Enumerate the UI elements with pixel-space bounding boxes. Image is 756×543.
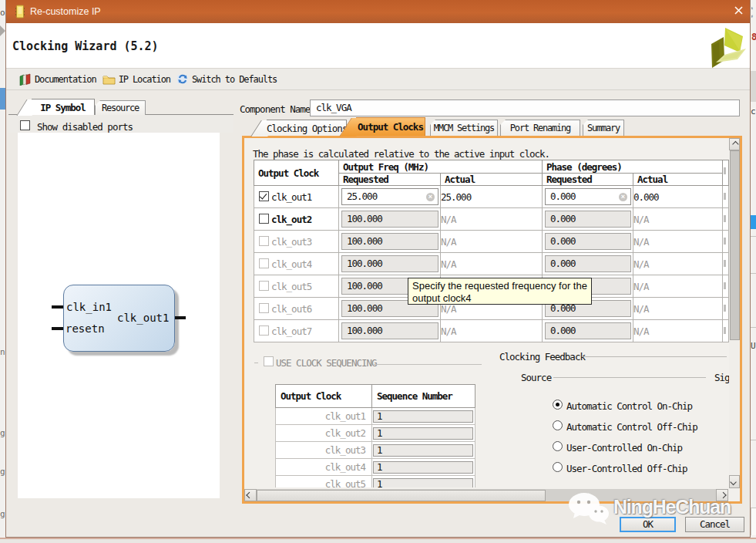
radio-automatic-control-off-chip[interactable] bbox=[553, 420, 563, 430]
seq-clk-out3-input[interactable]: 1 bbox=[373, 444, 473, 457]
clk-out4-freq-actual: N/A bbox=[441, 253, 543, 275]
seq-clk-out2-input[interactable]: 1 bbox=[373, 427, 473, 440]
tab-port-renaming-label: Port Renaming bbox=[510, 123, 570, 133]
seq-clk-out5-input[interactable]: 1 bbox=[373, 478, 473, 488]
clipped-column-fragment bbox=[724, 327, 726, 334]
scrollbar-corner bbox=[728, 489, 740, 501]
bg-gray-band bbox=[751, 71, 756, 102]
radio-user-controlled-on-chip[interactable] bbox=[553, 441, 563, 451]
clk-out5-checkbox[interactable] bbox=[259, 281, 269, 291]
output-clocks-table: Output Clock Output Freq (MHz) Phase (de… bbox=[254, 160, 729, 342]
clk-out7-label: clk_out7 bbox=[271, 325, 311, 337]
bg-fragment: C bbox=[751, 3, 756, 22]
dialog-title: Re-customize IP bbox=[30, 6, 101, 17]
clk-out1-freq-actual: 25.000 bbox=[441, 186, 543, 208]
bg-fragment: cl bbox=[751, 106, 756, 116]
clk-out3-checkbox[interactable] bbox=[259, 236, 269, 246]
tab-output-clocks[interactable]: Output Clocks bbox=[356, 117, 425, 136]
sequence-table-header-row: Output Clock Sequence Number bbox=[276, 385, 475, 408]
clk-out4-phase-requested-input[interactable]: 0.000 bbox=[545, 255, 631, 272]
sequence-number-cell: 1 bbox=[372, 459, 475, 476]
clk-out4-freq-requested-input[interactable]: 100.000 bbox=[341, 255, 438, 272]
phase-requested-cell: 0.000 bbox=[543, 208, 633, 231]
freq-requested-value: 25.000 bbox=[347, 191, 377, 202]
table-header-group-row: Output Clock Output Freq (MHz) Phase (de… bbox=[254, 160, 729, 174]
show-disabled-ports-checkbox[interactable] bbox=[20, 120, 30, 130]
tab-port-renaming[interactable]: Port Renaming bbox=[500, 120, 580, 136]
clipped-column-fragment bbox=[724, 238, 726, 245]
clipped-cell bbox=[723, 298, 729, 320]
close-button[interactable] bbox=[727, 2, 749, 22]
clear-icon[interactable]: × bbox=[426, 193, 435, 201]
scroll-up-button[interactable] bbox=[729, 138, 740, 150]
table-row-clk-out3: clk_out3 100.000 N/A 0.000 N/A bbox=[254, 231, 729, 253]
documentation-button[interactable]: Documentation bbox=[19, 69, 96, 89]
tab-resource[interactable]: Resource bbox=[95, 100, 146, 115]
clk-out2-phase-requested-input[interactable]: 0.000 bbox=[545, 211, 631, 228]
clk-out7-phase-requested-input[interactable]: 0.000 bbox=[545, 322, 631, 339]
col-phase-actual: Actual bbox=[633, 174, 723, 186]
feedback-source-label: Source bbox=[521, 372, 551, 383]
port-stub-clk-in1 bbox=[52, 305, 63, 309]
tab-summary-label: Summary bbox=[587, 123, 620, 133]
sequence-number-cell: 1 bbox=[372, 476, 475, 488]
radio-user-controlled-off-chip[interactable] bbox=[553, 462, 563, 472]
clk-out1-checkbox[interactable] bbox=[259, 191, 269, 201]
horizontal-scrollbar[interactable] bbox=[244, 489, 728, 501]
clk-out3-phase-requested-input[interactable]: 0.000 bbox=[545, 233, 631, 250]
clk-out4-checkbox[interactable] bbox=[259, 258, 269, 268]
ok-button[interactable]: OK bbox=[620, 517, 676, 532]
clk-out7-freq-requested-input[interactable]: 100.000 bbox=[341, 322, 438, 339]
clk-out7-checkbox[interactable] bbox=[259, 325, 269, 336]
cancel-button[interactable]: Cancel bbox=[685, 517, 744, 532]
port-stub-resetn bbox=[52, 327, 63, 330]
use-clock-sequencing-checkbox[interactable] bbox=[264, 356, 274, 366]
tab-summary[interactable]: Summary bbox=[583, 120, 624, 136]
tab-ip-symbol[interactable]: IP Symbol bbox=[32, 99, 95, 115]
close-icon bbox=[734, 6, 743, 15]
phase-requested-cell: 0.000 bbox=[543, 320, 633, 342]
vertical-scrollbar[interactable] bbox=[729, 138, 740, 488]
sequence-table: Output Clock Sequence Number clk_out1 1 … bbox=[275, 384, 475, 487]
tab-mmcm-settings[interactable]: MMCM Settings bbox=[430, 120, 498, 136]
switch-to-defaults-button[interactable]: Switch to Defaults bbox=[176, 69, 277, 89]
seq-clk-out4-input[interactable]: 1 bbox=[373, 461, 473, 474]
seq-clk-out1-input[interactable]: 1 bbox=[373, 410, 473, 423]
scroll-left-button[interactable] bbox=[244, 489, 257, 501]
component-name-label: Component Name bbox=[240, 103, 310, 115]
port-clk-out1-label: clk_out1 bbox=[117, 312, 169, 324]
component-name-input[interactable]: clk_VGA bbox=[310, 99, 740, 116]
show-disabled-ports-label: Show disabled ports bbox=[37, 121, 133, 133]
clipped-cell bbox=[723, 275, 729, 298]
vertical-scrollbar-thumb[interactable] bbox=[730, 150, 740, 340]
background-window-right-strip: C 8 cl U bbox=[751, 0, 756, 543]
bg-line bbox=[751, 236, 756, 237]
scroll-down-button[interactable] bbox=[729, 475, 740, 488]
feedback-source-line bbox=[553, 377, 706, 378]
recustomize-ip-dialog: Re-customize IP Clocking Wizard (5.2) bbox=[5, 0, 751, 538]
clk-out1-freq-requested-input[interactable]: 25.000× bbox=[341, 188, 438, 205]
tab-swoosh bbox=[16, 99, 42, 116]
clk-out6-label: clk_out6 bbox=[271, 303, 311, 315]
clk-out2-checkbox[interactable] bbox=[259, 214, 269, 224]
phase-requested-value: 0.000 bbox=[550, 213, 576, 224]
clk-out1-phase-requested-input[interactable]: 0.000× bbox=[545, 188, 631, 205]
ip-location-button[interactable]: IP Location bbox=[102, 69, 170, 89]
feedback-signaling-label: Sig bbox=[714, 372, 730, 383]
clk-out1-label: clk_out1 bbox=[271, 191, 311, 203]
clk-out3-freq-requested-input[interactable]: 100.000 bbox=[341, 233, 438, 250]
toolbar: Documentation IP Location Switch to Defa… bbox=[6, 69, 750, 90]
clk-out6-checkbox[interactable] bbox=[259, 303, 269, 313]
radio-automatic-control-on-chip[interactable] bbox=[553, 400, 563, 410]
horizontal-scrollbar-thumb[interactable] bbox=[257, 490, 546, 501]
clk-out3-label: clk_out3 bbox=[271, 236, 311, 248]
clear-icon[interactable]: × bbox=[619, 193, 627, 201]
output-clock-cell: clk_out6 bbox=[254, 298, 339, 320]
dialog-titlebar[interactable]: Re-customize IP bbox=[6, 0, 750, 23]
table-row-clk-out2: clk_out2 100.000 N/A 0.000 N/A bbox=[254, 208, 729, 231]
clk-out2-freq-requested-input[interactable]: 100.000 bbox=[341, 211, 438, 228]
seq-row-clk-out5: clk_out5 1 bbox=[276, 476, 475, 488]
seq-row-clk-out3: clk_out3 1 bbox=[276, 442, 475, 459]
tab-clocking-options[interactable]: Clocking Options bbox=[267, 120, 347, 136]
scroll-right-button[interactable] bbox=[716, 489, 728, 501]
